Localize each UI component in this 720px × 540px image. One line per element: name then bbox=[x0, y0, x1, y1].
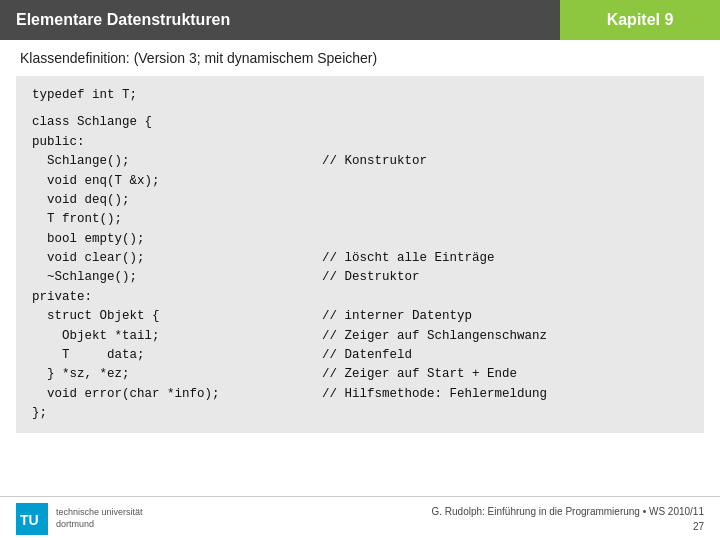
code-line: ~Schlange();// Destruktor bbox=[32, 268, 688, 287]
code-line: void deq(); bbox=[32, 191, 688, 210]
code-line-left: public: bbox=[32, 133, 322, 152]
code-line: struct Objekt {// interner Datentyp bbox=[32, 307, 688, 326]
code-line-left: T data; bbox=[32, 346, 322, 365]
code-line-left: void clear(); bbox=[32, 249, 322, 268]
code-line-left: private: bbox=[32, 288, 322, 307]
code-line: void error(char *info);// Hilfsmethode: … bbox=[32, 385, 688, 404]
footer-citation-area: G. Rudolph: Einführung in die Programmie… bbox=[431, 504, 704, 534]
code-line: void enq(T &x); bbox=[32, 172, 688, 191]
code-line-comment: // Hilfsmethode: Fehlermeldung bbox=[322, 385, 547, 404]
code-line-left: bool empty(); bbox=[32, 230, 322, 249]
typedef-text: typedef int T; bbox=[32, 86, 137, 105]
code-line-comment: // Konstruktor bbox=[322, 152, 427, 171]
code-line-left: struct Objekt { bbox=[32, 307, 322, 326]
code-line: }; bbox=[32, 404, 688, 423]
code-line-comment: // löscht alle Einträge bbox=[322, 249, 495, 268]
code-line-left: }; bbox=[32, 404, 322, 423]
code-line: private: bbox=[32, 288, 688, 307]
code-line: Objekt *tail;// Zeiger auf Schlangenschw… bbox=[32, 327, 688, 346]
code-line: T front(); bbox=[32, 210, 688, 229]
tu-logo-icon: TU bbox=[16, 503, 48, 535]
code-line: T data;// Datenfeld bbox=[32, 346, 688, 365]
university-line1: technische universität bbox=[56, 507, 143, 519]
code-line-left: T front(); bbox=[32, 210, 322, 229]
subtitle: Klassendefinition: (Version 3; mit dynam… bbox=[0, 40, 720, 72]
code-lines: class Schlange {public: Schlange();// Ko… bbox=[32, 113, 688, 423]
page-header: Elementare Datenstrukturen Kapitel 9 bbox=[0, 0, 720, 40]
typedef-line: typedef int T; bbox=[32, 86, 688, 105]
code-line-left: void error(char *info); bbox=[32, 385, 322, 404]
code-line-left: Objekt *tail; bbox=[32, 327, 322, 346]
code-line: Schlange();// Konstruktor bbox=[32, 152, 688, 171]
chapter-text: Kapitel 9 bbox=[607, 11, 674, 29]
code-line-comment: // Datenfeld bbox=[322, 346, 412, 365]
code-line: bool empty(); bbox=[32, 230, 688, 249]
university-logo-area: TU technische universität dortmund bbox=[16, 503, 143, 535]
university-name: technische universität dortmund bbox=[56, 507, 143, 530]
code-line-left: void deq(); bbox=[32, 191, 322, 210]
code-line-comment: // Zeiger auf Start + Ende bbox=[322, 365, 517, 384]
chapter-badge: Kapitel 9 bbox=[560, 0, 720, 40]
code-line: public: bbox=[32, 133, 688, 152]
code-line-comment: // Zeiger auf Schlangenschwanz bbox=[322, 327, 547, 346]
page-footer: TU technische universität dortmund G. Ru… bbox=[0, 496, 720, 540]
footer-page-number: 27 bbox=[431, 519, 704, 534]
code-line: void clear();// löscht alle Einträge bbox=[32, 249, 688, 268]
code-line-left: class Schlange { bbox=[32, 113, 322, 132]
code-line-comment: // Destruktor bbox=[322, 268, 420, 287]
title-text: Elementare Datenstrukturen bbox=[16, 11, 230, 29]
slide-title: Elementare Datenstrukturen bbox=[0, 0, 560, 40]
code-line-left: Schlange(); bbox=[32, 152, 322, 171]
code-line-left: void enq(T &x); bbox=[32, 172, 322, 191]
code-line-left: } *sz, *ez; bbox=[32, 365, 322, 384]
code-block: typedef int T; class Schlange {public: S… bbox=[16, 76, 704, 433]
code-line: } *sz, *ez;// Zeiger auf Start + Ende bbox=[32, 365, 688, 384]
subtitle-text: Klassendefinition: (Version 3; mit dynam… bbox=[20, 50, 377, 66]
code-line-comment: // interner Datentyp bbox=[322, 307, 472, 326]
code-line-left: ~Schlange(); bbox=[32, 268, 322, 287]
svg-text:TU: TU bbox=[20, 512, 39, 528]
footer-citation: G. Rudolph: Einführung in die Programmie… bbox=[431, 504, 704, 519]
university-line2: dortmund bbox=[56, 519, 143, 531]
code-line: class Schlange { bbox=[32, 113, 688, 132]
